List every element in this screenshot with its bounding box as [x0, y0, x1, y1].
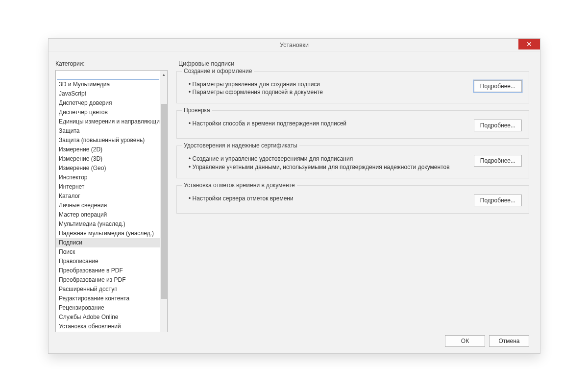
details-button[interactable]: Подробнее...: [474, 195, 522, 206]
category-item[interactable]: Мастер операций: [56, 210, 160, 220]
bullet-list: Настройки сервера отметок времени: [184, 195, 468, 202]
groupbox: Удостоверения и надежные сертификатыСозд…: [176, 146, 529, 178]
main-panel: Цифровые подписи Создание и оформлениеПа…: [173, 51, 540, 332]
category-item[interactable]: Установка обновлений: [56, 322, 160, 331]
bullet-item: Управление учетными данными, используемы…: [189, 163, 468, 171]
bullet-item: Параметры оформления подписей в документ…: [189, 88, 468, 96]
category-item[interactable]: Правописание: [56, 257, 160, 266]
category-list-wrap: 3D и МультимедиаJavaScriptДиспетчер дове…: [55, 70, 168, 332]
category-item[interactable]: Службы Adobe Online: [56, 313, 160, 322]
category-item[interactable]: Измерение (3D): [56, 154, 160, 164]
sidebar-label: Категории:: [55, 60, 168, 67]
category-item[interactable]: Личные сведения: [56, 201, 160, 210]
bullet-list: Создание и управление удостоверениями дл…: [184, 155, 468, 171]
scroll-thumb[interactable]: [161, 104, 167, 299]
details-button[interactable]: Подробнее...: [474, 155, 522, 167]
groupbox: ПроверкаНастройки способа и времени подт…: [176, 110, 529, 139]
bullet-item: Настройки сервера отметок времени: [189, 195, 468, 202]
groupbox: Установка отметок времени в документеНас…: [176, 185, 529, 214]
group-content: Настройки сервера отметок времениПодробн…: [184, 195, 522, 206]
group-legend: Установка отметок времени в документе: [182, 182, 297, 189]
panel-title: Цифровые подписи: [178, 60, 529, 67]
category-item[interactable]: Расширенный доступ: [56, 285, 160, 294]
category-item[interactable]: Преобразование в PDF: [56, 266, 160, 275]
category-item[interactable]: Инспектор: [56, 173, 160, 182]
close-icon: ✕: [526, 41, 532, 48]
group-content: Создание и управление удостоверениями дл…: [184, 155, 522, 171]
category-item[interactable]: Надежная мультимедиа (унаслед.): [56, 229, 160, 238]
category-item[interactable]: Интернет: [56, 182, 160, 192]
category-item[interactable]: Мультимедиа (унаслед.): [56, 220, 160, 229]
titlebar: Установки ✕: [49, 39, 540, 51]
category-listbox[interactable]: 3D и МультимедиаJavaScriptДиспетчер дове…: [56, 71, 160, 332]
category-item[interactable]: Диспетчер цветов: [56, 108, 160, 117]
preferences-dialog: Установки ✕ Категории: 3D и МультимедиаJ…: [48, 38, 540, 354]
ok-button[interactable]: ОК: [445, 335, 485, 347]
category-item[interactable]: Рецензирование: [56, 303, 160, 313]
scroll-up-icon[interactable]: ▴: [160, 71, 168, 78]
sidebar: Категории: 3D и МультимедиаJavaScriptДис…: [49, 51, 173, 332]
group-legend: Удостоверения и надежные сертификаты: [182, 142, 299, 149]
bullet-item: Создание и управление удостоверениями дл…: [189, 155, 468, 163]
bullet-item: Настройки способа и времени подтверждени…: [189, 120, 468, 127]
group-legend: Проверка: [182, 107, 212, 114]
category-item[interactable]: Защита (повышенный уровень): [56, 136, 160, 145]
group-legend: Создание и оформление: [182, 68, 254, 74]
category-item[interactable]: Каталог: [56, 192, 160, 201]
category-item[interactable]: Измерение (2D): [56, 145, 160, 154]
bullet-item: Параметры управления для создания подпис…: [189, 80, 468, 88]
category-item[interactable]: Измерение (Geo): [56, 164, 160, 173]
dialog-title: Установки: [280, 42, 309, 49]
category-item[interactable]: JavaScript: [56, 89, 160, 98]
bullet-list: Настройки способа и времени подтверждени…: [184, 120, 468, 127]
category-filter-input[interactable]: [57, 72, 159, 80]
groups-container: Создание и оформлениеПараметры управлени…: [176, 71, 529, 220]
bullet-list: Параметры управления для создания подпис…: [184, 80, 468, 96]
category-item[interactable]: Преобразование из PDF: [56, 275, 160, 285]
category-item[interactable]: Учетные записи электронной почты: [56, 331, 160, 332]
scrollbar[interactable]: ▴ ▾: [160, 71, 167, 332]
category-item[interactable]: Поиск: [56, 247, 160, 257]
category-item[interactable]: Защита: [56, 126, 160, 136]
dialog-footer: ОК Отмена: [49, 332, 540, 353]
details-button[interactable]: Подробнее...: [474, 120, 522, 131]
category-item[interactable]: Диспетчер доверия: [56, 98, 160, 108]
dialog-body: Категории: 3D и МультимедиаJavaScriptДис…: [49, 51, 540, 332]
category-item[interactable]: Единицы измерения и направляющие: [56, 117, 160, 126]
cancel-button[interactable]: Отмена: [489, 335, 529, 347]
groupbox: Создание и оформлениеПараметры управлени…: [176, 71, 529, 103]
details-button[interactable]: Подробнее...: [474, 80, 522, 92]
group-content: Параметры управления для создания подпис…: [184, 80, 522, 96]
category-item[interactable]: 3D и Мультимедиа: [56, 80, 160, 89]
category-item[interactable]: Подписи: [56, 238, 160, 247]
category-item[interactable]: Редактирование контента: [56, 294, 160, 303]
close-button[interactable]: ✕: [518, 39, 540, 49]
group-content: Настройки способа и времени подтверждени…: [184, 120, 522, 131]
